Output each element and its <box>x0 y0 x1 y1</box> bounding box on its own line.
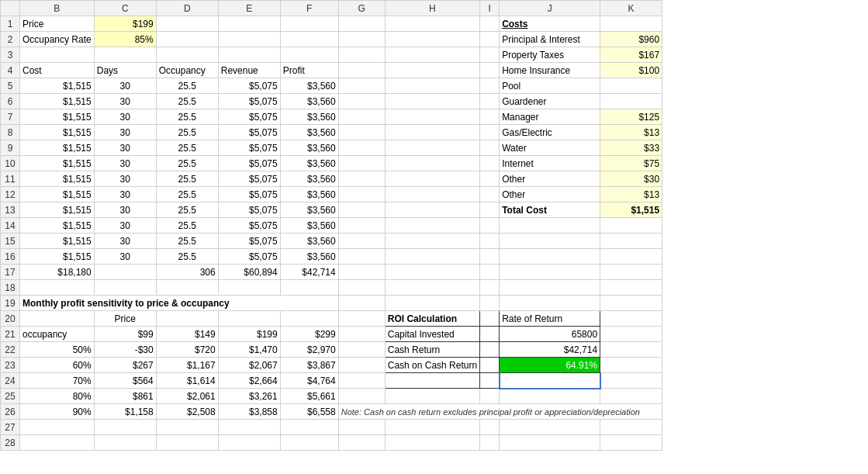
cell-h20-roi[interactable]: ROI Calculation <box>385 311 479 327</box>
cell-f25[interactable]: $5,661 <box>280 389 338 404</box>
cell-e14[interactable]: $5,075 <box>218 218 280 234</box>
cell-e21[interactable]: $199 <box>218 327 280 342</box>
cell-j9[interactable]: Water <box>500 140 600 156</box>
cell-d28[interactable] <box>156 435 218 451</box>
cell-h11[interactable] <box>385 171 479 187</box>
cell-d3[interactable] <box>156 47 218 63</box>
cell-e11[interactable]: $5,075 <box>218 171 280 187</box>
cell-b3[interactable] <box>20 47 95 63</box>
cell-j28[interactable] <box>500 435 600 451</box>
cell-h24[interactable] <box>385 373 479 389</box>
cell-k7[interactable]: $125 <box>600 109 662 125</box>
cell-j20-ror[interactable]: Rate of Return <box>500 311 600 327</box>
cell-c9[interactable]: 30 <box>94 140 156 156</box>
cell-b13[interactable]: $1,515 <box>20 202 95 218</box>
cell-g14[interactable] <box>338 218 385 234</box>
cell-e4[interactable]: Revenue <box>218 63 280 78</box>
cell-h4[interactable] <box>385 63 479 78</box>
cell-h12[interactable] <box>385 187 479 202</box>
cell-g21[interactable] <box>338 327 385 342</box>
cell-g28[interactable] <box>338 435 385 451</box>
cell-j3[interactable]: Property Taxes <box>500 47 600 63</box>
cell-g27[interactable] <box>338 420 385 435</box>
cell-j15[interactable] <box>500 234 600 249</box>
cell-j19[interactable] <box>500 296 600 311</box>
cell-e8[interactable]: $5,075 <box>218 125 280 140</box>
cell-j4[interactable]: Home Insurance <box>500 63 600 78</box>
cell-i9[interactable] <box>480 140 500 156</box>
cell-j27[interactable] <box>500 420 600 435</box>
cell-e7[interactable]: $5,075 <box>218 109 280 125</box>
cell-i28[interactable] <box>480 435 500 451</box>
cell-g8[interactable] <box>338 125 385 140</box>
cell-b27[interactable] <box>20 420 95 435</box>
cell-i14[interactable] <box>480 218 500 234</box>
cell-j16[interactable] <box>500 249 600 265</box>
cell-d9[interactable]: 25.5 <box>156 140 218 156</box>
cell-g10[interactable] <box>338 156 385 171</box>
cell-k22[interactable] <box>600 342 662 358</box>
cell-c26[interactable]: $1,158 <box>94 404 156 420</box>
cell-f26[interactable]: $6,558 <box>280 404 338 420</box>
cell-f9[interactable]: $3,560 <box>280 140 338 156</box>
cell-h1[interactable] <box>385 16 479 32</box>
cell-b18[interactable] <box>20 280 95 296</box>
cell-c6[interactable]: 30 <box>94 94 156 109</box>
cell-i16[interactable] <box>480 249 500 265</box>
cell-g25[interactable] <box>338 389 385 404</box>
cell-f27[interactable] <box>280 420 338 435</box>
cell-f11[interactable]: $3,560 <box>280 171 338 187</box>
cell-e13[interactable]: $5,075 <box>218 202 280 218</box>
cell-i11[interactable] <box>480 171 500 187</box>
cell-b7[interactable]: $1,515 <box>20 109 95 125</box>
cell-k11[interactable]: $30 <box>600 171 662 187</box>
cell-d13[interactable]: 25.5 <box>156 202 218 218</box>
cell-i4[interactable] <box>480 63 500 78</box>
cell-c7[interactable]: 30 <box>94 109 156 125</box>
cell-k25[interactable] <box>600 389 662 404</box>
cell-k8[interactable]: $13 <box>600 125 662 140</box>
cell-g20[interactable] <box>338 311 385 327</box>
cell-g15[interactable] <box>338 234 385 249</box>
cell-j8[interactable]: Gas/Electric <box>500 125 600 140</box>
cell-j13[interactable]: Total Cost <box>500 202 600 218</box>
cell-b19[interactable]: Monthly profit sensitivity to price & oc… <box>20 296 339 311</box>
cell-e25[interactable]: $3,261 <box>218 389 280 404</box>
cell-b24[interactable]: 70% <box>20 373 95 389</box>
cell-e9[interactable]: $5,075 <box>218 140 280 156</box>
cell-j6[interactable]: Guardener <box>500 94 600 109</box>
cell-i13[interactable] <box>480 202 500 218</box>
cell-c5[interactable]: 30 <box>94 78 156 94</box>
cell-h6[interactable] <box>385 94 479 109</box>
cell-e20[interactable] <box>218 311 280 327</box>
cell-i1[interactable] <box>480 16 500 32</box>
cell-c20[interactable]: Price <box>94 311 156 327</box>
cell-h9[interactable] <box>385 140 479 156</box>
cell-d8[interactable]: 25.5 <box>156 125 218 140</box>
cell-f12[interactable]: $3,560 <box>280 187 338 202</box>
cell-h28[interactable] <box>385 435 479 451</box>
cell-k24[interactable] <box>600 373 662 389</box>
cell-c11[interactable]: 30 <box>94 171 156 187</box>
cell-c2[interactable]: 85% <box>94 32 156 47</box>
cell-d2[interactable] <box>156 32 218 47</box>
cell-k9[interactable]: $33 <box>600 140 662 156</box>
cell-d7[interactable]: 25.5 <box>156 109 218 125</box>
cell-c10[interactable]: 30 <box>94 156 156 171</box>
cell-e17[interactable]: $60,894 <box>218 265 280 280</box>
cell-j17[interactable] <box>500 265 600 280</box>
cell-j7[interactable]: Manager <box>500 109 600 125</box>
cell-i22[interactable] <box>480 342 500 358</box>
cell-j5[interactable]: Pool <box>500 78 600 94</box>
cell-g13[interactable] <box>338 202 385 218</box>
cell-g7[interactable] <box>338 109 385 125</box>
cell-j2[interactable]: Principal & Interest <box>500 32 600 47</box>
cell-d6[interactable]: 25.5 <box>156 94 218 109</box>
cell-e27[interactable] <box>218 420 280 435</box>
cell-b8[interactable]: $1,515 <box>20 125 95 140</box>
cell-i18[interactable] <box>480 280 500 296</box>
cell-j14[interactable] <box>500 218 600 234</box>
cell-f8[interactable]: $3,560 <box>280 125 338 140</box>
cell-i27[interactable] <box>480 420 500 435</box>
cell-f4[interactable]: Profit <box>280 63 338 78</box>
